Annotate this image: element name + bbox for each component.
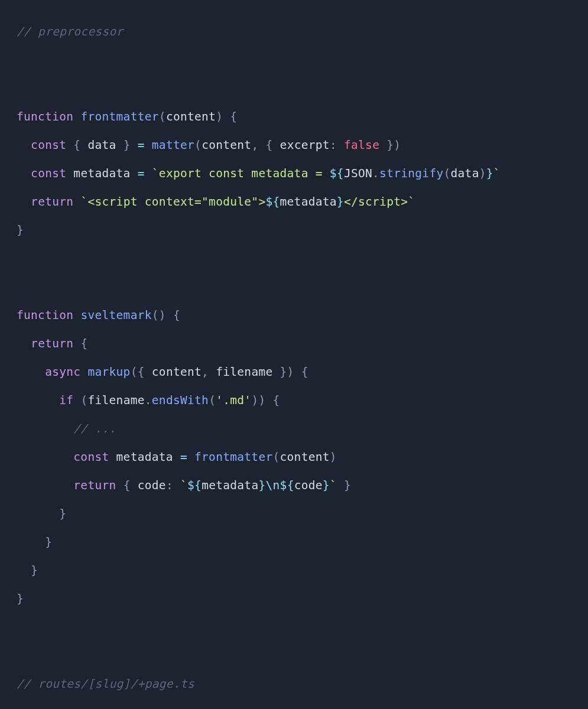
token-kw: return — [31, 337, 73, 350]
token-st: '.md' — [216, 393, 251, 407]
token-kw: function — [17, 110, 73, 123]
token-pl — [337, 138, 344, 152]
token-pn: } — [17, 223, 24, 237]
token-pn: ) — [287, 365, 294, 379]
token-pn: ) — [251, 393, 258, 407]
token-st: ` — [493, 167, 501, 180]
token-pn: ) — [394, 138, 401, 152]
token-bo: false — [344, 138, 379, 152]
token-pl — [17, 167, 31, 180]
token-pl: content — [202, 138, 251, 152]
token-pr: excerpt — [280, 138, 330, 152]
token-pl — [80, 365, 87, 379]
token-pl: metadata — [202, 479, 258, 492]
token-pl: data — [451, 167, 479, 180]
token-pl — [116, 479, 124, 492]
token-pl — [258, 138, 265, 152]
token-pl — [223, 110, 230, 123]
token-cm: // preprocessor — [17, 25, 124, 38]
token-pl — [17, 365, 45, 379]
token-pn: { — [138, 365, 145, 379]
token-pn: } — [280, 365, 287, 379]
token-pl — [379, 138, 386, 152]
token-pl — [17, 479, 73, 492]
token-kw: if — [59, 393, 73, 407]
token-pl — [73, 110, 80, 123]
token-pl — [145, 167, 152, 180]
token-pl: filename — [209, 365, 280, 379]
token-fn: sveltemark — [80, 308, 151, 322]
token-pn: ( — [80, 393, 87, 407]
token-pl: data — [80, 138, 123, 152]
token-pl — [17, 450, 73, 464]
token-kw: async — [45, 365, 80, 379]
token-pn: } — [31, 564, 38, 577]
token-st: ` — [180, 479, 187, 492]
token-pn: ) — [258, 393, 265, 407]
token-pl — [187, 450, 194, 464]
token-pn: } — [386, 138, 394, 152]
token-op: } — [486, 167, 493, 180]
token-pn: } — [124, 138, 131, 152]
token-pn: ( — [272, 450, 280, 464]
token-pl — [273, 138, 280, 152]
token-pl: filename — [87, 393, 144, 407]
token-pl — [17, 393, 59, 407]
token-pl — [131, 138, 138, 152]
token-fn: markup — [87, 365, 130, 379]
token-fn: stringify — [379, 167, 443, 180]
token-kw: const — [73, 450, 109, 464]
token-pl — [131, 479, 138, 492]
token-pl: metadata — [109, 450, 180, 464]
token-pn: { — [301, 365, 308, 379]
token-pn: ( — [209, 393, 216, 407]
token-pl — [17, 564, 31, 577]
token-pl — [17, 507, 59, 521]
token-pn: ( — [159, 110, 166, 123]
token-kw: return — [73, 479, 116, 492]
token-pl — [166, 308, 173, 322]
token-pl — [17, 337, 31, 350]
token-pl — [17, 138, 31, 152]
token-fn: frontmatter — [194, 450, 272, 464]
token-pn: () — [152, 308, 166, 322]
token-op: } — [258, 479, 265, 492]
token-pn: ( — [443, 167, 450, 180]
token-pn: } — [59, 507, 66, 521]
token-pn: { — [80, 337, 87, 350]
token-pl — [294, 365, 301, 379]
token-fn: frontmatter — [80, 110, 158, 123]
token-pn: . — [145, 393, 152, 407]
token-st: ` — [80, 195, 87, 209]
token-st: <script context="module"> — [87, 195, 265, 209]
token-pl: JSON — [344, 167, 372, 180]
token-kw: function — [17, 308, 73, 322]
token-cm: // routes/[slug]/+page.ts — [17, 677, 194, 691]
token-pl: code — [294, 479, 323, 492]
token-pn: { — [273, 393, 280, 407]
token-pn: { — [230, 110, 237, 123]
token-fn: matter — [152, 138, 194, 152]
token-pn: : — [330, 138, 337, 152]
token-kw: return — [31, 195, 73, 209]
token-pl — [17, 422, 73, 435]
token-pr: code — [138, 479, 166, 492]
token-pn: { — [73, 138, 80, 152]
token-pl — [73, 393, 80, 407]
token-pl: content — [145, 365, 202, 379]
token-pn: ( — [131, 365, 138, 379]
token-pl — [66, 138, 73, 152]
token-op: = — [138, 138, 145, 152]
token-op: ${ — [265, 195, 280, 209]
token-pn: ) — [216, 110, 223, 123]
token-pn: . — [372, 167, 379, 180]
token-pl — [73, 337, 80, 350]
token-pl — [337, 479, 344, 492]
token-st: `export const metadata = — [152, 167, 330, 180]
token-op: ${ — [330, 167, 344, 180]
token-pn: { — [266, 138, 273, 152]
token-es: \n — [266, 479, 280, 492]
token-pl — [17, 535, 45, 549]
token-pn: { — [124, 479, 131, 492]
token-op: } — [323, 479, 330, 492]
